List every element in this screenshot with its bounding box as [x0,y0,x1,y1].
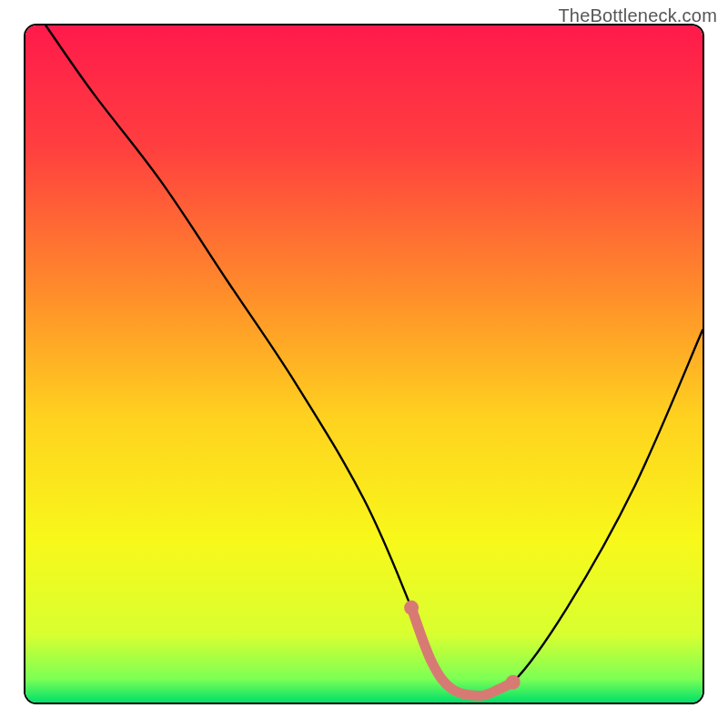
bottleneck-curve [46,25,703,696]
sweet-spot-line [411,608,513,696]
chart-curves [25,25,703,703]
sweet-spot-start-dot [404,601,419,615]
sweet-spot-end-dot [506,675,521,690]
bottleneck-chart [24,24,704,704]
